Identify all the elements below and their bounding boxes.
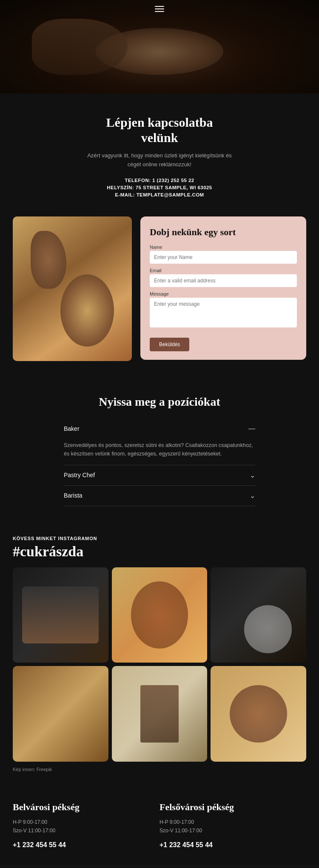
message-input[interactable] (150, 298, 297, 327)
instagram-image-6[interactable] (211, 666, 306, 762)
hero-section (0, 0, 319, 94)
accordion-header-barista[interactable]: Barista ⌄ (64, 486, 255, 506)
instagram-image-2[interactable] (112, 567, 208, 663)
pastry-chef-toggle-icon: ⌄ (250, 471, 255, 479)
baker-title: Baker (64, 425, 80, 432)
accordion-header-pastry-chef[interactable]: Pastry Chef ⌄ (64, 465, 255, 485)
instagram-section: KÖVESS MINKET INSTAGRAMON #cukrászda Kép… (0, 519, 319, 780)
baker-toggle-icon: — (248, 425, 255, 433)
hamburger-menu[interactable] (155, 6, 164, 12)
downtown-phone: +1 232 454 55 44 (13, 841, 151, 849)
barista-title: Barista (64, 492, 83, 499)
uptown-name: Felsővárosi pékség (160, 802, 298, 813)
image-credit: Kép innen: Freepik (13, 767, 306, 772)
instagram-hashtag: #cukrászda (13, 544, 306, 560)
baker-description: Szenvedélyes és pontos, szeretsz sütni é… (64, 441, 255, 458)
hero-overlay (0, 0, 319, 94)
contact-details: TELEFON: 1 (232) 252 55 22 HELYSZÍN: 75 … (13, 178, 306, 197)
location-uptown: Felsővárosi pékség H-P 9:00-17:00 Szo-V … (160, 802, 306, 849)
contact-info-section: Lépjen kapcsolatba velünk Azért vagyunk … (0, 94, 319, 216)
positions-section: Nyissa meg a pozíciókat Baker — Szenvedé… (0, 378, 319, 519)
instagram-image-3[interactable] (211, 567, 306, 663)
accordion-item-baker: Baker — Szenvedélyes és pontos, szeretsz… (64, 419, 255, 465)
email-label: Email (150, 268, 297, 273)
uptown-hours: H-P 9:00-17:00 Szo-V 11:00-17:00 (160, 818, 298, 835)
instagram-image-4[interactable] (13, 666, 108, 762)
baker-content: Szenvedélyes és pontos, szeretsz sütni é… (64, 438, 255, 465)
downtown-name: Belvárosi pékség (13, 802, 151, 813)
locations-section: Belvárosi pékség H-P 9:00-17:00 Szo-V 11… (0, 780, 319, 866)
bread-image (13, 216, 132, 361)
accordion-header-baker[interactable]: Baker — (64, 419, 255, 438)
accordion-item-barista: Barista ⌄ (64, 486, 255, 506)
submit-button[interactable]: Beküldés (150, 338, 189, 351)
uptown-phone: +1 232 454 55 44 (160, 841, 298, 849)
bottom-bar: Sample text. Click to select the Text El… (0, 866, 319, 868)
barista-toggle-icon: ⌄ (250, 492, 255, 500)
phone-detail: TELEFON: 1 (232) 252 55 22 (13, 178, 306, 183)
form-heading: Dobj nekünk egy sort (150, 227, 297, 238)
email-group: Email (150, 268, 297, 287)
downtown-hours: H-P 9:00-17:00 Szo-V 11:00-17:00 (13, 818, 151, 835)
location-downtown: Belvárosi pékség H-P 9:00-17:00 Szo-V 11… (13, 802, 160, 849)
email-detail: E-MAIL: TEMPLATE@SAMPLE.COM (13, 192, 306, 197)
name-label: Name (150, 245, 297, 250)
email-input[interactable] (150, 274, 297, 287)
name-group: Name (150, 245, 297, 264)
location-detail: HELYSZÍN: 75 STREET SAMPLE, WI 63025 (13, 185, 306, 190)
contact-heading: Lépjen kapcsolatba velünk (13, 115, 306, 145)
form-image-row: Dobj nekünk egy sort Name Email Message … (0, 216, 319, 378)
instagram-label: KÖVESS MINKET INSTAGRAMON (13, 536, 306, 541)
accordion-item-pastry-chef: Pastry Chef ⌄ (64, 465, 255, 486)
instagram-image-1[interactable] (13, 567, 108, 663)
pastry-chef-title: Pastry Chef (64, 472, 95, 478)
name-input[interactable] (150, 251, 297, 264)
contact-form-card: Dobj nekünk egy sort Name Email Message … (140, 216, 306, 360)
positions-heading: Nyissa meg a pozíciókat (64, 395, 255, 409)
instagram-grid (13, 567, 306, 762)
contact-subtitle: Azért vagyunk itt, hogy minden üzleti ig… (87, 151, 232, 169)
accordion: Baker — Szenvedélyes és pontos, szeretsz… (64, 419, 255, 506)
message-group: Message (150, 291, 297, 329)
instagram-image-5[interactable] (112, 666, 208, 762)
message-label: Message (150, 291, 297, 296)
